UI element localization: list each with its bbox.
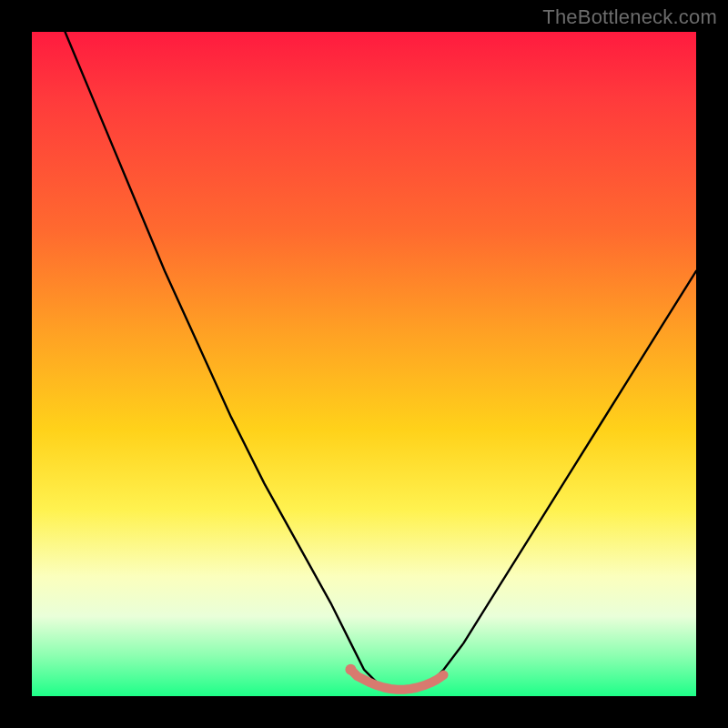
watermark-label: TheBottleneck.com bbox=[542, 5, 717, 29]
plot-area bbox=[32, 32, 696, 696]
bottleneck-curve bbox=[66, 32, 697, 690]
optimal-band-start-dot bbox=[345, 664, 356, 675]
chart-frame: TheBottleneck.com bbox=[0, 0, 728, 728]
curve-layer bbox=[32, 32, 696, 696]
optimal-band-marker bbox=[350, 670, 443, 690]
